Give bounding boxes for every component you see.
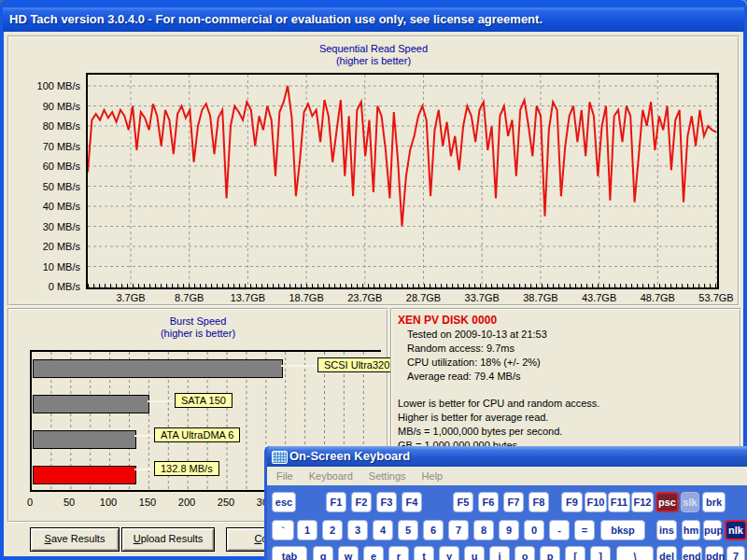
seq-x-tick: 43.7GB	[578, 292, 621, 303]
upload-results-button[interactable]: Upload Results	[121, 527, 215, 552]
osk-key-8[interactable]: 8	[473, 520, 494, 540]
osk-key-i[interactable]: i	[489, 546, 510, 560]
osk-key-r[interactable]: r	[388, 546, 409, 560]
osk-key-pdn[interactable]: pdn	[705, 546, 724, 560]
osk-key-7[interactable]: 7	[448, 520, 469, 540]
osk-key-F10[interactable]: F10	[585, 492, 607, 512]
osk-menubar: FileKeyboardSettingsHelp	[267, 467, 747, 485]
osk-key-`[interactable]: `	[272, 520, 294, 540]
osk-key-o[interactable]: o	[514, 546, 535, 560]
window-title: HD Tach version 3.0.4.0 - For non-commer…	[9, 12, 543, 26]
osk-key-\[interactable]: \	[616, 546, 654, 560]
osk-key-y[interactable]: y	[439, 546, 459, 560]
osk-key-F5[interactable]: F5	[453, 492, 473, 512]
osk-key-6[interactable]: 6	[423, 520, 444, 540]
osk-key-hm[interactable]: hm	[682, 520, 700, 540]
osk-key-del[interactable]: del	[656, 546, 677, 560]
osk-key-t[interactable]: t	[414, 546, 434, 560]
seq-x-tick: 33.7GB	[460, 292, 503, 303]
burst-x-tick: 50	[53, 497, 85, 508]
burst-bar-1	[33, 395, 149, 413]
osk-key--[interactable]: -	[549, 520, 570, 540]
burst-bar-label: SCSI Ultra320	[317, 357, 396, 372]
osk-key-F6[interactable]: F6	[478, 492, 499, 512]
seq-x-tick: 23.7GB	[344, 292, 387, 303]
osk-key-F8[interactable]: F8	[529, 492, 549, 512]
burst-chart-title: Burst Speed (higher is better)	[9, 315, 387, 340]
osk-key-F2[interactable]: F2	[351, 492, 372, 512]
osk-key-pup[interactable]: pup	[703, 520, 722, 540]
osk-key-bksp[interactable]: bksp	[600, 520, 645, 540]
screen: HD Tach version 3.0.4.0 - For non-commer…	[0, 0, 747, 560]
osk-key-3[interactable]: 3	[347, 520, 368, 540]
osk-menu-settings[interactable]: Settings	[369, 470, 406, 482]
osk-key-7[interactable]: 7	[726, 546, 745, 560]
info-line: Higher is better for average read.	[398, 411, 736, 425]
burst-x-tick: 0	[14, 497, 46, 508]
osk-key-p[interactable]: p	[540, 546, 560, 560]
osk-key-F7[interactable]: F7	[503, 492, 524, 512]
bar-label-connector	[134, 469, 154, 470]
seq-y-tick: 10 MB/s	[15, 261, 80, 273]
seq-x-tick: 28.7GB	[402, 292, 445, 303]
osk-key-tab[interactable]: tab	[272, 546, 307, 560]
osk-key-q[interactable]: q	[313, 546, 333, 560]
osk-key-e[interactable]: e	[363, 546, 384, 560]
osk-titlebar[interactable]: On-Screen Keyboard	[267, 446, 747, 467]
osk-key-1[interactable]: 1	[297, 520, 317, 540]
info-line: CPU utilization: 18% (+/- 2%)	[398, 356, 736, 370]
seq-x-tick: 38.7GB	[519, 292, 562, 303]
osk-menu-keyboard[interactable]: Keyboard	[309, 470, 353, 482]
burst-x-tick: 250	[210, 497, 242, 508]
sequential-chart-title: Sequential Read Speed (higher is better)	[9, 43, 738, 67]
hdtach-titlebar[interactable]: HD Tach version 3.0.4.0 - For non-commer…	[3, 7, 744, 32]
burst-bar-label: ATA UltraDMA 6	[154, 427, 240, 442]
osk-key-esc[interactable]: esc	[272, 492, 296, 512]
seq-axis-ticks	[88, 284, 717, 287]
osk-key-ins[interactable]: ins	[656, 520, 677, 540]
seq-read-line	[88, 86, 716, 227]
chart-title-line: Sequential Read Speed	[9, 43, 738, 55]
info-line: Random access: 9.7ms	[398, 342, 736, 356]
osk-key-=[interactable]: =	[574, 520, 595, 540]
seq-x-tick: 3.7GB	[109, 292, 152, 303]
osk-key-slk[interactable]: slk	[681, 492, 699, 512]
osk-key-2[interactable]: 2	[322, 520, 343, 540]
seq-y-tick: 30 MB/s	[15, 221, 80, 232]
seq-x-tick: 53.7GB	[695, 292, 738, 303]
bar-label-connector	[134, 435, 154, 437]
osk-key-F9[interactable]: F9	[561, 492, 583, 512]
osk-key-F1[interactable]: F1	[326, 492, 346, 512]
osk-key-F12[interactable]: F12	[631, 492, 654, 512]
disk-stats: Tested on 2009-10-13 at 21:53Random acce…	[398, 328, 736, 384]
osk-key-[[interactable]: [	[565, 546, 585, 560]
osk-key-9[interactable]: 9	[499, 520, 519, 540]
osk-key-psc[interactable]: psc	[655, 492, 679, 512]
osk-key-nlk[interactable]: nlk	[725, 520, 747, 540]
osk-menu-file[interactable]: File	[276, 470, 293, 482]
spacer	[398, 384, 736, 397]
burst-x-tick: 100	[92, 497, 124, 508]
seq-y-tick: 100 MB/s	[15, 80, 80, 91]
bar-label-connector	[148, 400, 175, 402]
seq-x-tick: 18.7GB	[285, 292, 328, 303]
osk-key-w[interactable]: w	[338, 546, 359, 560]
osk-key-u[interactable]: u	[464, 546, 485, 560]
info-line: Tested on 2009-10-13 at 21:53	[398, 328, 736, 342]
osk-key-5[interactable]: 5	[398, 520, 418, 540]
osk-key-end[interactable]: end	[682, 546, 702, 560]
seq-y-tick: 0 MB/s	[15, 281, 80, 292]
osk-key-0[interactable]: 0	[524, 520, 544, 540]
save-results-button[interactable]: Save Results	[30, 527, 120, 552]
info-notes: Lower is better for CPU and random acces…	[398, 397, 736, 453]
osk-key-F11[interactable]: F11	[608, 492, 630, 512]
osk-key-brk[interactable]: brk	[702, 492, 726, 512]
osk-key-4[interactable]: 4	[373, 520, 393, 540]
osk-key-][interactable]: ]	[590, 546, 611, 560]
osk-menu-help[interactable]: Help	[422, 470, 444, 482]
osk-key-F4[interactable]: F4	[402, 492, 422, 512]
info-line: Average read: 79.4 MB/s	[398, 370, 736, 384]
osk-key-F3[interactable]: F3	[376, 492, 397, 512]
seq-x-tick: 13.7GB	[226, 292, 269, 303]
burst-bar-3	[33, 466, 136, 484]
